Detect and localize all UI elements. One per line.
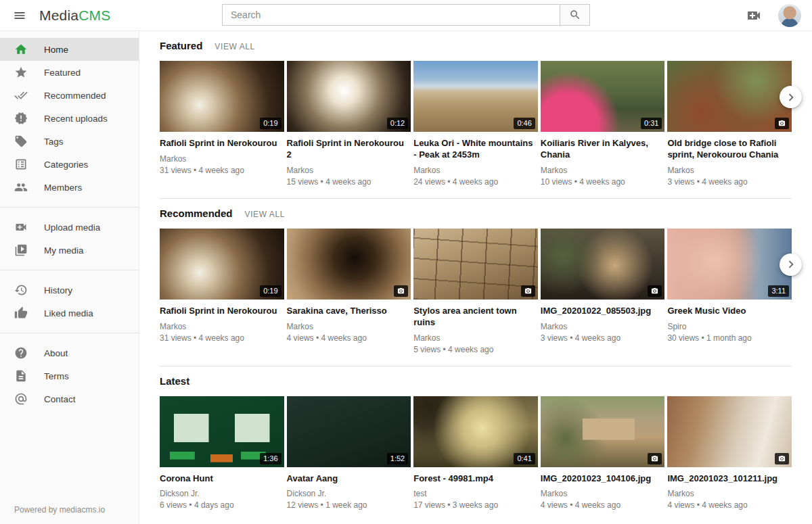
media-card: Old bridge close to Rafioli sprint, Nero… [667, 61, 792, 198]
menu-button[interactable] [0, 0, 39, 31]
media-author[interactable]: Markos [541, 166, 665, 175]
sidebar-item-history[interactable]: History [0, 279, 139, 302]
sidebar-item-label: Terms [44, 371, 69, 381]
media-author[interactable]: Markos [667, 489, 792, 498]
section-latest: Latest1:36Corona HuntDickson Jr.6 views … [160, 366, 792, 522]
done-all-icon [14, 89, 28, 102]
media-title[interactable]: Rafioli Sprint in Nerokourou [160, 138, 284, 149]
sidebar-item-upload-media[interactable]: Upload media [0, 216, 139, 239]
sidebar-item-home[interactable]: Home [0, 38, 139, 61]
cards-grid: 1:36Corona HuntDickson Jr.6 views • 4 da… [160, 396, 792, 522]
media-author[interactable]: Markos [160, 154, 284, 164]
chevron-right-icon [784, 257, 798, 272]
media-title[interactable]: Leuka Ori - White mountains - Peak at 24… [413, 138, 538, 161]
image-badge [521, 285, 535, 297]
media-thumbnail[interactable]: 3:11 [667, 229, 792, 300]
sidebar-item-recent-uploads[interactable]: Recent uploads [0, 107, 139, 130]
powered-by-link[interactable]: Powered by mediacms.io [14, 505, 105, 515]
sidebar-item-liked-media[interactable]: Liked media [0, 302, 139, 325]
media-thumbnail[interactable]: 0:19 [160, 229, 284, 300]
sidebar-item-categories[interactable]: Categories [0, 153, 139, 176]
media-thumbnail[interactable]: 1:52 [287, 396, 411, 467]
image-badge [775, 453, 789, 465]
sidebar-item-label: Liked media [44, 308, 93, 318]
media-thumbnail[interactable]: 0:46 [413, 61, 538, 132]
media-title[interactable]: Sarakina cave, Therisso [287, 306, 411, 317]
upload-media-button[interactable] [746, 7, 762, 24]
media-title[interactable]: Forest - 49981.mp4 [413, 473, 538, 485]
logo[interactable]: MediaCMS [39, 7, 110, 24]
media-author[interactable]: Spiro [667, 322, 792, 331]
media-thumbnail[interactable] [287, 229, 411, 300]
media-views-date: 5 views • 4 weeks ago [413, 345, 538, 354]
media-author[interactable]: Markos [287, 322, 411, 331]
media-thumbnail[interactable]: 0:41 [413, 396, 538, 467]
media-thumbnail[interactable]: 1:36 [160, 396, 284, 467]
view-all-link[interactable]: VIEW ALL [245, 210, 286, 219]
camera-icon [778, 455, 786, 462]
cards-grid: 0:19Rafioli Sprint in NerokourouMarkos31… [160, 61, 792, 198]
media-views-date: 10 views • 4 weeks ago [541, 177, 665, 187]
sidebar-divider [0, 333, 139, 333]
media-views-date: 6 views • 4 days ago [160, 500, 284, 510]
logo-media: Media [39, 7, 78, 23]
carousel-next-button[interactable] [780, 86, 802, 108]
camera-icon [651, 455, 658, 462]
thumb-up-icon [14, 306, 28, 320]
help-icon [14, 346, 28, 360]
media-title[interactable]: Rafioli Sprint in Nerokourou 2 [287, 138, 411, 161]
media-author[interactable]: Markos [541, 322, 665, 331]
media-author[interactable]: Dickson Jr. [160, 489, 284, 498]
media-thumbnail[interactable] [413, 229, 538, 300]
sidebar-item-contact[interactable]: Contact [0, 387, 139, 410]
media-title[interactable]: Greek Music Video [667, 306, 792, 317]
sidebar-item-members[interactable]: Members [0, 176, 139, 199]
media-thumbnail[interactable] [541, 396, 665, 467]
cards-row: 1:36Corona HuntDickson Jr.6 views • 4 da… [160, 396, 792, 522]
sidebar-item-tags[interactable]: Tags [0, 130, 139, 153]
media-author[interactable]: test [413, 489, 538, 498]
camera-icon [651, 287, 658, 295]
cards-row: 0:19Rafioli Sprint in NerokourouMarkos31… [160, 229, 792, 366]
media-title[interactable]: Avatar Aang [287, 473, 411, 485]
section-header: Latest [160, 375, 792, 387]
sidebar-item-my-media[interactable]: My media [0, 239, 139, 262]
media-thumbnail[interactable]: 0:12 [287, 61, 411, 132]
sidebar-item-featured[interactable]: Featured [0, 61, 139, 84]
media-title[interactable]: Old bridge close to Rafioli sprint, Nero… [667, 138, 792, 161]
sidebar-item-label: Contact [44, 394, 76, 404]
cards-row: 0:19Rafioli Sprint in NerokourouMarkos31… [160, 61, 792, 198]
media-thumbnail[interactable]: 0:31 [541, 61, 665, 132]
media-title[interactable]: Rafioli Sprint in Nerokourou [160, 306, 284, 317]
avatar[interactable] [778, 4, 801, 27]
media-card: IMG_20201023_101211.jpgMarkos4 views • 4… [667, 396, 792, 522]
carousel-next-button[interactable] [780, 254, 802, 276]
media-card: 1:36Corona HuntDickson Jr.6 views • 4 da… [160, 396, 284, 522]
media-author[interactable]: Markos [160, 322, 284, 331]
video-library-icon [14, 243, 28, 257]
media-author[interactable]: Markos [287, 166, 411, 175]
sidebar-item-terms[interactable]: Terms [0, 364, 139, 387]
camera-icon [397, 287, 405, 295]
search-input[interactable] [222, 4, 560, 26]
media-author[interactable]: Markos [413, 333, 538, 343]
media-thumbnail[interactable]: 0:19 [160, 61, 284, 132]
media-thumbnail[interactable] [667, 396, 792, 467]
sidebar-item-recommended[interactable]: Recommended [0, 84, 139, 107]
media-title[interactable]: IMG_20201023_104106.jpg [541, 473, 665, 485]
media-author[interactable]: Dickson Jr. [287, 489, 411, 498]
media-title[interactable]: Stylos area ancient town ruins [413, 306, 538, 329]
media-title[interactable]: IMG_20201022_085503.jpg [541, 306, 665, 317]
media-thumbnail[interactable] [541, 229, 665, 300]
media-thumbnail[interactable] [667, 61, 792, 132]
media-title[interactable]: IMG_20201023_101211.jpg [667, 473, 792, 485]
search-button[interactable] [560, 4, 590, 26]
view-all-link[interactable]: VIEW ALL [215, 42, 255, 51]
media-author[interactable]: Markos [413, 166, 538, 175]
sidebar-item-about[interactable]: About [0, 341, 139, 364]
media-author[interactable]: Markos [541, 489, 665, 498]
media-title[interactable]: Corona Hunt [160, 473, 284, 485]
media-title[interactable]: Koiliaris River in Kalyves, Chania [541, 138, 665, 161]
media-author[interactable]: Markos [667, 166, 792, 175]
duration-badge: 1:52 [387, 453, 408, 465]
